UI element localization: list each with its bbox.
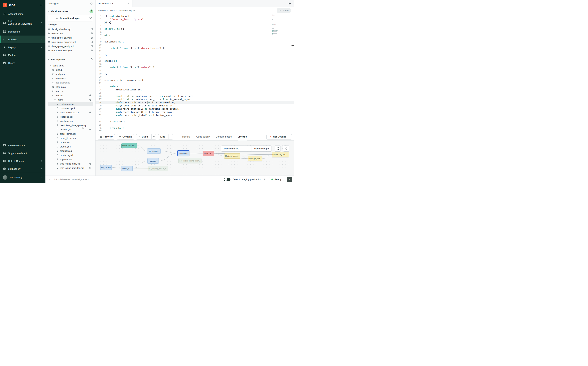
breadcrumb-item[interactable]: marts xyxy=(109,9,115,12)
file-tree-item-orders-sql[interactable]: orders.sql xyxy=(48,140,93,145)
sidebar-item-mirna-wong[interactable]: Mirna Wong xyxy=(0,173,45,182)
code-text[interactable]: }) }} xyxy=(104,21,111,24)
file-tree-item-fiscal-calendar-sql[interactable]: fiscal_calendar.sql xyxy=(48,110,93,114)
build-options-button[interactable] xyxy=(151,134,156,139)
lineage-node-customers[interactable]: customers xyxy=(177,150,189,156)
file-tree-item-locations-yml[interactable]: locations.yml xyxy=(48,119,93,123)
code-text[interactable]: count(distinct orders.order_id) > 1 as i… xyxy=(104,98,192,101)
file-tree-item-order-items-sql[interactable]: order_items.sql xyxy=(48,132,93,136)
stage-file-button[interactable] xyxy=(91,32,93,34)
file-tree-item-order-items-yml[interactable]: order_items.yml xyxy=(48,136,93,140)
code-text[interactable]: count(distinct orders.order_id) as count… xyxy=(104,94,195,98)
file-tree-item-analyses[interactable]: analyses xyxy=(48,72,93,76)
file-tree-item-models[interactable]: models xyxy=(48,93,93,98)
code-text[interactable]: max(orders.ordered_at) as last_ordered_a… xyxy=(104,104,174,107)
sidebar-item-project[interactable]: ProjectJaffle Shop Snowflake xyxy=(0,18,45,28)
expand-command-bar-button[interactable] xyxy=(48,178,51,181)
result-tab-compiled-code[interactable]: Compiled code xyxy=(216,133,232,140)
commit-and-sync-button[interactable]: Commit and sync xyxy=(48,15,93,21)
code-editor[interactable]: 1{{ config(meta = {2 'favorite_food': 'p… xyxy=(96,14,294,133)
file-tree-item-orders-yml[interactable]: orders.yml xyxy=(48,145,93,149)
fullscreen-button[interactable] xyxy=(275,145,281,152)
changed-file-row[interactable]: order_snapshot.yml xyxy=(48,48,93,53)
sidebar-item-explore[interactable]: Explore xyxy=(0,51,45,59)
new-tab-button[interactable] xyxy=(288,2,291,5)
result-tab-results[interactable]: Results xyxy=(182,133,190,140)
file-tree-item-customers-yml[interactable]: customers.yml xyxy=(48,106,93,110)
file-tree-item-data-tests[interactable]: data-tests xyxy=(48,76,93,80)
file-tree-item-locations-sql[interactable]: locations.sql xyxy=(48,114,93,119)
code-text[interactable]: 'favorite_food': 'pizza' xyxy=(104,18,143,21)
code-text[interactable]: group by 1 xyxy=(104,127,124,130)
dbt-copilot-button[interactable]: dbt Copilot xyxy=(267,134,292,139)
file-tree-item-marts[interactable]: marts xyxy=(48,98,93,102)
resource-lineage-icon[interactable] xyxy=(133,9,135,12)
file-tree-item-github[interactable]: .github xyxy=(48,68,93,72)
result-tab-code-quality[interactable]: Code quality xyxy=(196,133,210,140)
changed-file-row[interactable]: time_spine_minutes.sql xyxy=(48,40,93,44)
changed-file-row[interactable]: models.yml xyxy=(48,31,93,36)
result-tab-lineage[interactable]: Lineage xyxy=(238,133,247,140)
editor-scrollbar-thumb[interactable] xyxy=(291,45,294,46)
graph-selector-input[interactable] xyxy=(221,146,252,151)
code-text[interactable]: from orders xyxy=(104,120,125,123)
lineage-node-customers-filtered[interactable]: custom… xyxy=(203,151,214,156)
update-graph-button[interactable]: Update Graph xyxy=(252,146,271,151)
code-text[interactable]: min(orders.ordered_at) as first_ordered_… xyxy=(104,101,176,104)
stage-file-button[interactable] xyxy=(91,41,93,43)
file-tree-item-jaffle-shop[interactable]: jaffle-shop xyxy=(48,63,93,68)
commit-options-button[interactable] xyxy=(88,15,93,21)
close-tab-button[interactable] xyxy=(128,2,130,5)
refresh-graph-button[interactable] xyxy=(283,145,289,152)
search-files-button[interactable] xyxy=(90,58,93,61)
stage-file-button[interactable] xyxy=(89,163,91,165)
code-text[interactable]: customers as ( xyxy=(104,40,124,43)
file-tree-item-dbt-packages[interactable]: dbt_packages xyxy=(48,80,93,85)
stage-file-button[interactable] xyxy=(91,45,93,47)
changed-file-row[interactable]: time_spine_daily.sql xyxy=(48,36,93,40)
code-text[interactable]: sum(orders.subtotal) as lifetime_spend_p… xyxy=(104,107,179,111)
breadcrumb-item[interactable]: models xyxy=(98,9,106,12)
lint-button[interactable]: Lint xyxy=(158,134,173,139)
lineage-node-raw-customers[interactable]: ecom.raw_cu… xyxy=(121,143,137,148)
changed-file-row[interactable]: stg_orders.sql xyxy=(48,53,93,54)
version-control-header[interactable]: Version control 8 xyxy=(48,8,93,14)
file-tree-item-models-yml[interactable]: models.yml xyxy=(48,127,93,132)
stage-file-button[interactable] xyxy=(89,167,91,169)
sidebar-item-deploy[interactable]: Deploy xyxy=(0,43,45,51)
file-explorer-header[interactable]: File explorer xyxy=(48,57,93,62)
code-text[interactable]: ), xyxy=(104,53,107,56)
build-button[interactable]: Build xyxy=(136,134,156,139)
copy-branch-button[interactable] xyxy=(90,2,93,5)
lint-options-button[interactable] xyxy=(168,134,173,139)
stage-file-button[interactable] xyxy=(89,111,91,114)
file-tree-item-metricflow-time-spine-sql[interactable]: metricflow_time_spine.sql xyxy=(48,123,93,127)
preview-button[interactable]: Preview xyxy=(98,134,115,139)
lineage-node-customer-orders[interactable]: customer_orde… xyxy=(272,152,289,157)
lineage-node-lifetime-spend[interactable]: lifetime_spen… xyxy=(224,153,240,159)
stage-file-button[interactable] xyxy=(91,49,93,52)
ide-status-badge[interactable]: Ready xyxy=(269,177,284,182)
code-text[interactable]: select * from {{ ref('stg_customers') }} xyxy=(104,46,165,50)
sidebar-item-query[interactable]: Query xyxy=(0,59,45,67)
file-tree-item-time-spine-daily-sql[interactable]: time_spine_daily.sql xyxy=(48,161,93,166)
file-tree-item-time-spine-minutes-sql[interactable]: time_spine_minutes.sql xyxy=(48,166,93,170)
changed-file-row[interactable]: fiscal_calendar.sql xyxy=(48,27,93,31)
save-button[interactable]: Save xyxy=(277,8,291,13)
sidebar-item-dbt-labs-dx[interactable]: dbt Labs DX xyxy=(0,165,45,173)
changed-file-row[interactable]: time_spine_yearly.sql xyxy=(48,44,93,48)
file-tree-item-products-yml[interactable]: products.yml xyxy=(48,153,93,157)
sidebar-item-leave-feedback[interactable]: Leave feedback xyxy=(0,141,45,149)
editor-tab-customers[interactable]: customers.sql xyxy=(96,0,133,7)
breadcrumb-item[interactable]: customers.sql xyxy=(118,9,132,12)
file-tree-item-customers-sql[interactable]: customers.sql xyxy=(48,102,93,106)
code-text[interactable]: select * from {{ ref('orders') }} xyxy=(104,66,156,69)
sidebar-item-dashboard[interactable]: Dashboard xyxy=(0,28,45,36)
stage-file-button[interactable] xyxy=(91,28,93,30)
lineage-node-test-supply[interactable]: test_supply_costs_s… xyxy=(148,166,168,171)
code-text[interactable]: customer_orders_summary as ( xyxy=(104,78,143,82)
stage-file-button[interactable] xyxy=(91,37,93,39)
code-text[interactable]: sum(orders.tax_paid) as lifetime_tax_pai… xyxy=(104,111,174,114)
sidebar-item-support-assistant[interactable]: Support Assistant xyxy=(0,149,45,157)
code-text[interactable]: select 1 as id xyxy=(104,27,124,30)
